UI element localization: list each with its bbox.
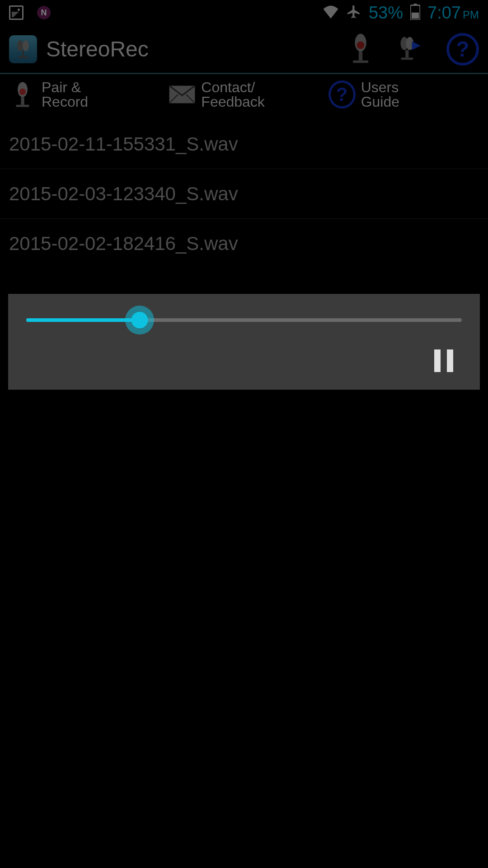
n-notification-icon: N (37, 6, 51, 19)
gallery-notification-icon (9, 5, 23, 20)
slider-fill (26, 318, 140, 322)
svg-rect-5 (22, 51, 24, 56)
record-mic-icon[interactable] (347, 33, 374, 66)
tab-users-guide[interactable]: ? Users Guide (328, 78, 479, 111)
svg-rect-14 (401, 57, 413, 60)
tab-pair-record[interactable]: Pair & Record (9, 78, 160, 111)
app-title: StereoRec (46, 37, 149, 61)
svg-rect-10 (353, 60, 368, 63)
svg-rect-9 (359, 52, 362, 61)
svg-point-16 (19, 89, 26, 95)
clock-time: 7:07PM (427, 3, 479, 23)
svg-rect-2 (412, 13, 419, 19)
list-item[interactable]: 2015-02-02-182416_S.wav (0, 219, 488, 269)
tab-label: Contact/ Feedback (201, 80, 265, 109)
list-item[interactable]: 2015-02-11-155331_S.wav (0, 119, 488, 169)
help-circle-icon: ? (328, 80, 356, 108)
battery-percent-text: 53% (369, 3, 403, 23)
playback-seek-slider[interactable] (26, 318, 462, 322)
slider-thumb[interactable] (125, 306, 154, 335)
svg-point-8 (357, 41, 365, 49)
svg-rect-13 (405, 50, 408, 57)
tab-contact-feedback[interactable]: Contact/ Feedback (169, 78, 319, 111)
svg-point-4 (23, 40, 29, 51)
action-tabs: Pair & Record Contact/ Feedback ? Users … (0, 74, 488, 115)
help-icon[interactable]: ? (446, 33, 479, 66)
recording-file-list: 2015-02-11-155331_S.wav 2015-02-03-12334… (0, 119, 488, 269)
pause-icon (434, 349, 441, 372)
svg-rect-6 (19, 56, 28, 58)
playback-mic-icon[interactable] (397, 33, 424, 66)
mic-record-icon (9, 81, 36, 108)
svg-point-3 (17, 40, 23, 51)
pause-icon (447, 349, 453, 372)
tab-label: Users Guide (361, 80, 399, 109)
battery-icon (410, 4, 420, 22)
audio-player-panel (8, 294, 480, 390)
envelope-icon (169, 85, 196, 104)
app-header: StereoRec ? (0, 25, 488, 74)
pause-button[interactable] (430, 347, 457, 374)
list-item[interactable]: 2015-02-03-123340_S.wav (0, 169, 488, 219)
svg-rect-18 (16, 105, 29, 107)
app-logo-icon (9, 35, 37, 63)
tab-label: Pair & Record (42, 80, 88, 109)
wifi-icon (323, 5, 339, 20)
svg-rect-17 (21, 97, 24, 105)
status-bar: N 53% 7:07PM (0, 0, 488, 25)
svg-rect-1 (413, 4, 417, 5)
airplane-mode-icon (346, 4, 361, 21)
